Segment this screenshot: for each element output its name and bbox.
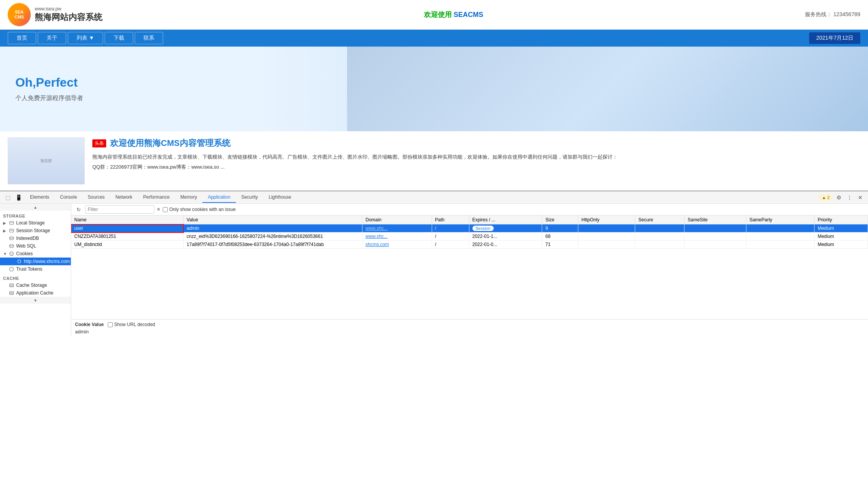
svg-rect-2 [10, 229, 13, 232]
app-cache-label: Application Cache [16, 290, 53, 296]
logo-text-area: www.isea.pw 熊海网站内容系统 [35, 6, 102, 23]
devtools-more-btn[interactable]: ⋮ [845, 193, 854, 202]
devtools-inspect-btn[interactable]: ⬚ [3, 193, 12, 202]
tab-network[interactable]: Network [110, 192, 138, 203]
websql-icon [8, 243, 15, 249]
tab-security[interactable]: Security [236, 192, 263, 203]
table-row[interactable]: UM_distinctid17a89f7f74017-0f7d5f08253de… [71, 241, 868, 249]
nav-download[interactable]: 下载 [105, 32, 133, 44]
sidebar-scroll-up[interactable]: ▲ [0, 204, 71, 211]
hero-subtitle: 个人免费开源程序倡导者 [15, 94, 83, 102]
cache-label: Cache [0, 273, 71, 281]
col-size: Size [542, 216, 578, 224]
indexeddb-label: IndexedDB [16, 236, 39, 241]
websql-label: Web SQL [16, 243, 36, 249]
cookie-value-footer: Cookie Value Show URL decoded admin [71, 319, 868, 337]
cookie-filter-input[interactable] [85, 205, 154, 214]
sidebar-item-cache-storage[interactable]: Cache Storage [0, 281, 71, 289]
cookie-value-label: Cookie Value [75, 322, 104, 327]
tab-elements[interactable]: Elements [25, 192, 55, 203]
svg-point-5 [10, 244, 13, 246]
col-httponly: HttpOnly [578, 216, 635, 224]
cookie-url-icon [16, 259, 22, 264]
tab-console[interactable]: Console [55, 192, 82, 203]
devtools-sidebar: ▲ Storage ▶ Local Storage ▶ Session Stor… [0, 204, 71, 337]
col-samesite: SameSite [684, 216, 746, 224]
sidebar-item-cookie-url[interactable]: http://www.xhcms.com [0, 258, 71, 265]
nav-date: 2021年7月12日 [809, 32, 860, 44]
expand-arrow-local: ▶ [3, 221, 8, 225]
trust-tokens-label: Trust Tokens [16, 266, 42, 272]
col-name: Name [71, 216, 184, 224]
svg-point-6 [10, 252, 13, 256]
cookie-only-issues-label: Only show cookies with an issue [163, 207, 236, 212]
logo-area: SEACMS www.isea.pw 熊海网站内容系统 [8, 3, 102, 26]
headline-body: 熊海内容管理系统目前已经开发完成，文章模块、下载模块、友情链接模块，代码高亮、广… [92, 153, 860, 161]
indexeddb-icon [8, 236, 15, 241]
sidebar-item-app-cache[interactable]: Application Cache [0, 289, 71, 297]
headline-badge-row: 头条 欢迎使用熊海CMS内容管理系统 [92, 137, 860, 149]
expand-arrow-session: ▶ [3, 229, 8, 233]
tab-memory[interactable]: Memory [175, 192, 202, 203]
cookie-show-url-checkbox[interactable] [108, 322, 113, 327]
tab-sources[interactable]: Sources [82, 192, 110, 203]
sidebar-item-local-storage[interactable]: ▶ Local Storage [0, 219, 71, 227]
sidebar-item-cookies[interactable]: ▼ Cookies [0, 250, 71, 258]
cookie-url-label: http://www.xhcms.com [24, 259, 70, 264]
table-row[interactable]: CNZZDATA3801251cnzz_eid%3D623690166-1625… [71, 233, 868, 241]
hero-text: Oh,Perfect 个人免费开源程序倡导者 [15, 75, 83, 102]
devtools-topbar: ⬚ 📱 Elements Console Sources Network Per… [0, 191, 868, 204]
nav-contact[interactable]: 联系 [135, 32, 163, 44]
devtools-device-btn[interactable]: 📱 [14, 193, 23, 202]
tab-performance[interactable]: Performance [138, 192, 175, 203]
session-storage-label: Session Storage [16, 228, 50, 233]
hero-title: Oh,Perfect [15, 75, 83, 90]
sidebar-item-session-storage[interactable]: ▶ Session Storage [0, 227, 71, 234]
sidebar-item-indexeddb[interactable]: IndexedDB [0, 234, 71, 242]
col-path: Path [432, 216, 469, 224]
hero-banner: Oh,Perfect 个人免费开源程序倡导者 [0, 47, 868, 131]
nav-about[interactable]: 关于 [38, 32, 66, 44]
site-welcome: 欢迎使用 SEACMS [424, 10, 483, 19]
cache-storage-label: Cache Storage [16, 283, 47, 288]
cookie-filter-clear[interactable]: ✕ [157, 207, 160, 212]
nav-list[interactable]: 列表 ▼ [68, 32, 103, 44]
seacms-brand: SEACMS [454, 11, 483, 18]
headline-title: 欢迎使用熊海CMS内容管理系统 [110, 137, 230, 149]
expand-arrow-cookies: ▼ [3, 252, 8, 256]
thumb-inner: 预览图 [8, 138, 84, 184]
sidebar-item-websql[interactable]: Web SQL [0, 242, 71, 250]
table-header-row: Name Value Domain Path Expires / ... Siz… [71, 216, 868, 224]
svg-point-9 [12, 253, 13, 253]
local-storage-icon [8, 220, 15, 226]
cookie-table-body: useradminwww.xhc.../Session9MediumCNZZDA… [71, 224, 868, 249]
svg-rect-11 [10, 284, 13, 287]
logo-name: 熊海网站内容系统 [35, 12, 102, 23]
tab-application[interactable]: Application [202, 192, 236, 203]
trust-tokens-icon [8, 266, 15, 272]
svg-point-4 [10, 237, 13, 238]
site-header: SEACMS www.isea.pw 熊海网站内容系统 欢迎使用 SEACMS … [0, 0, 868, 30]
devtools-close-btn[interactable]: ✕ [856, 193, 865, 202]
headline-footer: QQ群：22206973官网：www.isea.pw博客：www.isea.so… [92, 163, 860, 171]
headline-badge: 头条 [92, 139, 106, 147]
cache-storage-icon [8, 283, 15, 288]
app-cache-icon [8, 290, 15, 296]
devtools-settings-btn[interactable]: ⚙ [834, 193, 843, 202]
col-expires: Expires / ... [469, 216, 542, 224]
nav-home[interactable]: 首页 [8, 32, 36, 44]
content-area: 预览图 头条 欢迎使用熊海CMS内容管理系统 熊海内容管理系统目前已经开发完成，… [0, 131, 868, 191]
devtools-warning: ▲ 2 [819, 194, 833, 201]
col-priority: Priority [815, 216, 868, 224]
table-row[interactable]: useradminwww.xhc.../Session9Medium [71, 224, 868, 233]
tab-lighthouse[interactable]: Lighthouse [263, 192, 297, 203]
svg-point-7 [10, 253, 11, 254]
sidebar-item-trust-tokens[interactable]: Trust Tokens [0, 265, 71, 273]
col-value: Value [184, 216, 362, 224]
cookie-only-issues-checkbox[interactable] [163, 207, 168, 212]
cookie-table: Name Value Domain Path Expires / ... Siz… [71, 216, 868, 249]
sidebar-scroll-down[interactable]: ▼ [0, 297, 71, 304]
storage-label: Storage [0, 211, 71, 219]
site-hotline: 服务热线： 123456789 [805, 11, 860, 18]
cookie-refresh-btn[interactable]: ↻ [74, 205, 83, 214]
